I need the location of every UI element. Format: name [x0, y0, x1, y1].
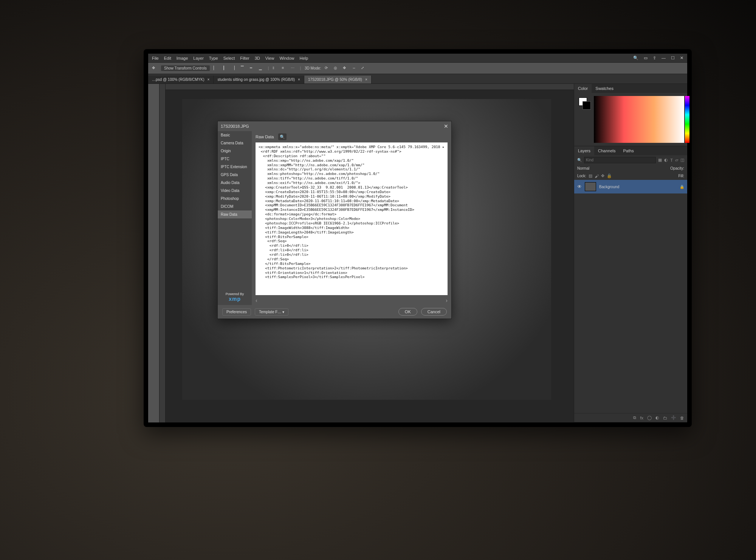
category-origin[interactable]: Origin [218, 147, 252, 155]
lock-transparency-icon[interactable]: ▨ [589, 173, 592, 178]
menu-layer[interactable]: Layer [193, 56, 204, 60]
filter-pixel-icon[interactable]: ▦ [658, 158, 662, 162]
menu-3d[interactable]: 3D [255, 56, 260, 60]
color-picker[interactable] [594, 96, 684, 143]
preferences-button[interactable]: Preferences [222, 308, 251, 316]
mask-icon[interactable]: ◯ [647, 415, 652, 420]
menu-edit[interactable]: Edit [164, 56, 171, 60]
fg-bg-swatches[interactable] [577, 96, 591, 143]
align-middle-icon[interactable]: ━ [250, 66, 255, 71]
align-right-icon[interactable]: ▕ [232, 66, 237, 71]
link-layers-icon[interactable]: ⧉ [633, 415, 636, 420]
adjustment-icon[interactable]: ◐ [655, 415, 659, 420]
filter-icon[interactable]: 🔍 [577, 158, 582, 162]
align-center-icon[interactable]: ┃ [223, 66, 228, 71]
category-video-data[interactable]: Video Data [218, 187, 252, 195]
category-iptc[interactable]: IPTC [218, 155, 252, 163]
menu-type[interactable]: Type [209, 56, 218, 60]
lock-pixels-icon[interactable]: 🖌 [595, 174, 599, 178]
move-tool-icon: ✥ [152, 66, 157, 71]
dialog-content: Raw Data 🔍 <x:xmpmeta xmlns:x="adobe:ns:… [252, 131, 451, 305]
search-icon[interactable]: 🔍 [633, 56, 638, 60]
lock-all-icon[interactable]: 🔒 [607, 173, 612, 178]
menu-help[interactable]: Help [300, 56, 308, 60]
menu-window[interactable]: Window [279, 56, 294, 60]
scroll-right-icon[interactable]: › [446, 297, 448, 303]
tab-layers[interactable]: Layers [574, 146, 594, 155]
filter-smart-icon[interactable]: ◫ [680, 158, 684, 162]
more-icon[interactable]: ⋯ [291, 66, 296, 71]
align-top-icon[interactable]: ▔ [241, 66, 246, 71]
cancel-button[interactable]: Cancel [421, 308, 447, 316]
show-transform-controls[interactable]: Show Transform Controls [161, 65, 210, 71]
delete-layer-icon[interactable]: 🗑 [680, 416, 684, 420]
category-iptc-extension[interactable]: IPTC Extension [218, 163, 252, 171]
filter-adjust-icon[interactable]: ◐ [664, 158, 668, 162]
3d-orbit-icon[interactable]: ⟳ [325, 66, 330, 71]
3d-pan-icon[interactable]: ✥ [343, 66, 348, 71]
ok-button[interactable]: OK [398, 308, 417, 316]
minimize-button[interactable]: — [662, 56, 666, 60]
document-tab[interactable]: …psd @ 100% (RGB/8/CMYK) × [148, 76, 214, 84]
hue-slider[interactable] [685, 96, 689, 143]
category-raw-data[interactable]: Raw Data [218, 210, 252, 218]
scroll-left-icon[interactable]: ‹ [256, 297, 257, 303]
new-layer-icon[interactable]: ➕ [671, 415, 676, 420]
content-header: Raw Data [256, 135, 274, 139]
layer-thumbnail [585, 182, 596, 191]
filter-type-icon[interactable]: T [670, 158, 673, 162]
category-camera-data[interactable]: Camera Data [218, 139, 252, 147]
document-tab-label: 17S20018.JPG @ 50% (RGB/8) [308, 77, 362, 82]
close-tab-icon[interactable]: × [365, 77, 367, 82]
menu-image[interactable]: Image [177, 56, 188, 60]
layer-item[interactable]: 👁 Background 🔒 [574, 180, 687, 193]
align-bottom-icon[interactable]: ▁ [259, 66, 264, 71]
workspace-icon[interactable]: ▭ [644, 56, 648, 60]
3d-scale-icon[interactable]: ⤢ [361, 66, 366, 71]
menu-select[interactable]: Select [223, 56, 235, 60]
ruler-vertical [160, 84, 166, 422]
lock-position-icon[interactable]: ✥ [601, 173, 604, 178]
menu-filter[interactable]: Filter [240, 56, 249, 60]
category-audio-data[interactable]: Audio Data [218, 179, 252, 187]
close-tab-icon[interactable]: × [298, 77, 300, 82]
layer-filter-input[interactable] [584, 157, 656, 163]
blend-mode-select[interactable]: Normal [577, 166, 589, 170]
tools-panel[interactable] [148, 84, 160, 422]
window-controls: — ☐ ✕ [662, 56, 683, 60]
group-icon[interactable]: 🗀 [663, 416, 667, 420]
close-button[interactable]: ✕ [680, 56, 683, 60]
filter-shape-icon[interactable]: ▱ [675, 158, 678, 162]
category-basic[interactable]: Basic [218, 131, 252, 139]
ruler-horizontal [160, 84, 574, 90]
template-dropdown[interactable]: Template F… ▾ [255, 308, 288, 316]
distribute-h-icon[interactable]: ⫴ [273, 66, 278, 71]
background-color[interactable] [582, 101, 591, 110]
dialog-close-icon[interactable]: ✕ [444, 123, 448, 129]
tab-color[interactable]: Color [574, 84, 592, 93]
dialog-category-list: Basic Camera Data Origin IPTC IPTC Exten… [218, 131, 252, 305]
tab-paths[interactable]: Paths [620, 146, 638, 155]
3d-slide-icon[interactable]: ↔ [352, 66, 357, 71]
distribute-v-icon[interactable]: ≡ [282, 66, 287, 71]
tab-channels[interactable]: Channels [594, 146, 619, 155]
share-icon[interactable]: ⇪ [653, 56, 656, 60]
visibility-icon[interactable]: 👁 [577, 184, 582, 189]
align-left-icon[interactable]: ▏ [214, 66, 219, 71]
dialog-search-icon[interactable]: 🔍 [278, 133, 287, 140]
menu-view[interactable]: View [265, 56, 274, 60]
close-tab-icon[interactable]: × [208, 77, 210, 82]
raw-data-textarea[interactable]: <x:xmpmeta xmlns:x="adobe:ns:meta/" x:xm… [256, 142, 448, 295]
document-tab[interactable]: students sitting on grass.jpg @ 100% (RG… [214, 76, 304, 84]
document-tab-active[interactable]: 17S20018.JPG @ 50% (RGB/8) × [304, 76, 372, 84]
category-photoshop[interactable]: Photoshop [218, 195, 252, 203]
category-dicom[interactable]: DICOM [218, 203, 252, 210]
category-gps-data[interactable]: GPS Data [218, 171, 252, 179]
dialog-title: 17S20018.JPG [221, 124, 249, 128]
tab-swatches[interactable]: Swatches [592, 84, 617, 93]
dialog-titlebar[interactable]: 17S20018.JPG ✕ [218, 121, 451, 131]
fx-icon[interactable]: fx [640, 416, 643, 420]
maximize-button[interactable]: ☐ [671, 56, 675, 60]
3d-roll-icon[interactable]: ◎ [334, 66, 339, 71]
menu-file[interactable]: File [152, 56, 159, 60]
